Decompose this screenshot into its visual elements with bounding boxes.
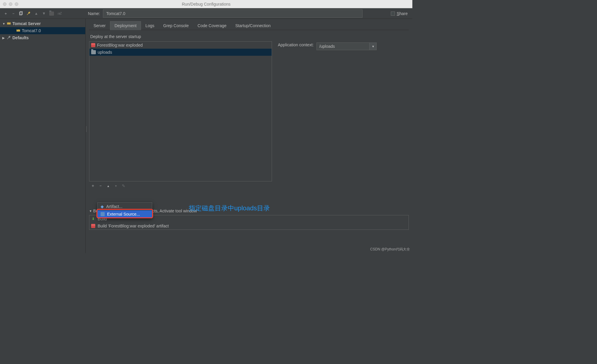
external-source-icon — [101, 212, 105, 216]
tab-bar: Server Deployment Logs Grep Console Code… — [89, 21, 409, 30]
move-down-deploy-button[interactable]: ▼ — [113, 183, 119, 188]
save-config-button[interactable] — [25, 10, 32, 17]
popup-item-external-source[interactable]: External Source... — [98, 210, 152, 218]
name-label: Name: — [88, 11, 100, 16]
tab-server[interactable]: Server — [89, 21, 110, 30]
before-launch-item-label: Build 'ForestBlog:war exploded' artifact — [98, 224, 169, 228]
folder-icon — [91, 50, 96, 54]
popup-item-label: Artifact... — [106, 204, 122, 209]
deploy-list[interactable]: ForestBlog:war exploded uploads — [89, 41, 272, 181]
wrench-icon — [6, 35, 11, 40]
copy-config-button[interactable] — [18, 10, 24, 17]
context-input[interactable] — [316, 42, 370, 50]
remove-deploy-button[interactable]: － — [98, 183, 103, 188]
titlebar: Run/Debug Configurations — [0, 0, 412, 8]
share-checkbox-group: SSharehare — [391, 11, 408, 16]
artifact-icon — [91, 43, 95, 47]
deploy-list-toolbar: ＋ － ▲ ▼ ✎ — [89, 181, 272, 190]
add-deploy-button[interactable]: ＋ — [90, 183, 96, 188]
application-context-row: Application context: ▼ — [278, 41, 409, 190]
folder-button[interactable] — [48, 10, 55, 17]
tab-startup-connection[interactable]: Startup/Connection — [231, 21, 275, 30]
context-dropdown-button[interactable]: ▼ — [370, 42, 377, 50]
add-deploy-popup: ◆ Artifact... External Source... — [97, 202, 152, 218]
before-launch-item-artifact[interactable]: Build 'ForestBlog:war exploded' artifact — [89, 222, 409, 229]
edit-deploy-button[interactable]: ✎ — [121, 183, 126, 188]
build-icon: ⬇ — [91, 217, 95, 221]
tree-node-tomcat-server[interactable]: ▼ Tomcat Server — [0, 20, 85, 27]
popup-item-label: External Source... — [107, 212, 140, 217]
deploy-item-label: ForestBlog:war exploded — [97, 43, 143, 47]
tree-node-tomcat7[interactable]: Tomcat7.0 — [0, 27, 85, 34]
collapse-arrow-icon: ▼ — [89, 209, 92, 213]
deploy-item-uploads[interactable]: uploads — [89, 49, 272, 56]
deploy-section-label: Deploy at the server startup — [90, 34, 409, 39]
sort-button[interactable]: ↓aZ — [56, 10, 63, 17]
expand-arrow-icon: ▶ — [2, 36, 5, 40]
tomcat-icon — [6, 21, 11, 26]
tab-grep-console[interactable]: Grep Console — [159, 21, 193, 30]
add-config-button[interactable]: ＋ — [2, 10, 9, 17]
move-down-button[interactable]: ▼ — [41, 10, 47, 17]
move-up-button[interactable]: ▲ — [33, 10, 40, 17]
tab-code-coverage[interactable]: Code Coverage — [193, 21, 231, 30]
config-tree: ▼ Tomcat Server Tomcat7.0 ▶ Defaults — [0, 19, 86, 253]
name-row: Name: SSharehare — [88, 9, 410, 18]
deploy-item-forestblog[interactable]: ForestBlog:war exploded — [89, 42, 272, 49]
remove-config-button[interactable]: － — [10, 10, 17, 17]
expand-arrow-icon: ▼ — [2, 22, 5, 25]
annotation-text: 指定磁盘目录中uploads目录 — [189, 204, 270, 213]
context-label: Application context: — [278, 42, 314, 47]
tab-deployment[interactable]: Deployment — [110, 21, 141, 30]
share-checkbox[interactable] — [391, 12, 395, 16]
popup-item-artifact[interactable]: ◆ Artifact... — [98, 203, 152, 210]
tree-label: Tomcat Server — [12, 21, 41, 26]
tab-logs[interactable]: Logs — [141, 21, 159, 30]
tree-node-defaults[interactable]: ▶ Defaults — [0, 34, 85, 41]
tree-label: Tomcat7.0 — [22, 28, 41, 33]
config-toolbar: ＋ － ▲ ▼ ↓aZ — [2, 10, 88, 17]
window-title: Run/Debug Configurations — [0, 2, 412, 6]
top-toolbar: ＋ － ▲ ▼ ↓aZ Name: SSharehare — [0, 8, 412, 19]
artifact-menu-icon: ◆ — [101, 204, 104, 209]
name-input[interactable] — [103, 9, 363, 18]
move-up-deploy-button[interactable]: ▲ — [106, 183, 111, 188]
tree-label: Defaults — [12, 35, 29, 40]
tomcat-icon — [16, 28, 21, 33]
share-label: SSharehare — [397, 11, 408, 16]
artifact-icon — [91, 224, 95, 228]
watermark: CSDN @Python代码大全 — [370, 247, 410, 252]
deploy-item-label: uploads — [98, 50, 112, 55]
